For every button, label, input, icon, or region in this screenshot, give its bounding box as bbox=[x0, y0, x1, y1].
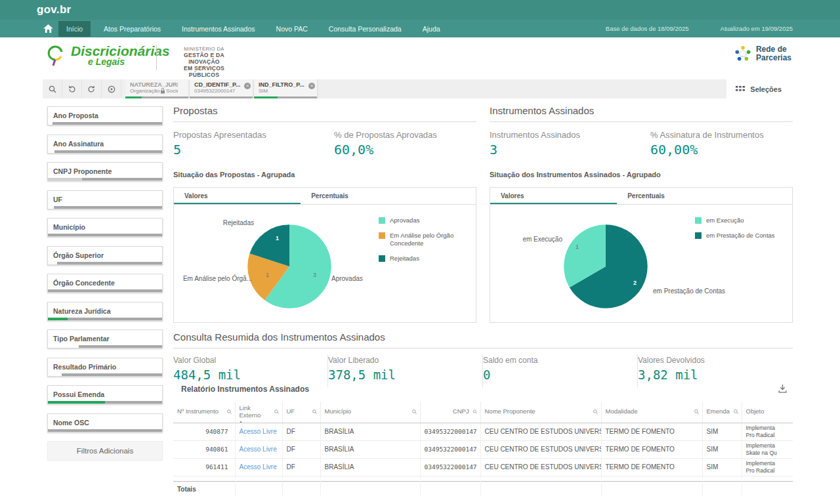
cell-uf[interactable]: DF bbox=[282, 458, 320, 476]
cell-modalidade[interactable]: TERMO DE FOMENTO bbox=[601, 440, 702, 458]
cell-cnpj[interactable]: 03495322000147 bbox=[420, 423, 480, 440]
cell-cnpj[interactable]: 03495322000147 bbox=[420, 440, 480, 458]
col-header-link-externo[interactable]: Link Externo▲ bbox=[235, 402, 282, 423]
kpi-value: 3 bbox=[490, 142, 580, 158]
cell-nome-proponente[interactable]: CEU CENTRO DE ESTUDOS UNIVERSAIS bbox=[480, 423, 601, 440]
filter-uf[interactable]: UF bbox=[47, 190, 163, 209]
kpi-value: 484,5 mil bbox=[173, 368, 321, 382]
chip-remove-icon[interactable]: × bbox=[244, 83, 251, 89]
cell-num-instrumento[interactable]: 940861 bbox=[173, 440, 235, 458]
tab-percentuais[interactable]: Percentuais bbox=[617, 188, 719, 204]
legend-item-em-execucao[interactable]: em Execução bbox=[695, 217, 787, 224]
chip-selection-state-bar bbox=[254, 96, 317, 98]
filter-resultado-primario[interactable]: Resultado Primário bbox=[47, 358, 163, 377]
tab-percentuais[interactable]: Percentuais bbox=[301, 188, 403, 204]
brand-text: Discricionárias e Legais bbox=[71, 45, 170, 66]
col-header-modalidade[interactable]: Modalidade bbox=[601, 402, 702, 423]
filter-label: Ano Proposta bbox=[48, 107, 162, 119]
nav-item-inicio[interactable]: Início bbox=[58, 21, 91, 37]
filter-orgao-superior[interactable]: Órgão Superior bbox=[47, 246, 163, 265]
filter-municipio[interactable]: Município bbox=[47, 218, 163, 237]
filter-nome-osc[interactable]: Nome OSC bbox=[47, 413, 163, 432]
cell-uf[interactable]: DF bbox=[282, 440, 320, 458]
propostas-section-title: Propostas bbox=[173, 105, 476, 122]
search-icon[interactable] bbox=[694, 409, 700, 415]
legend-item-rejeitadas[interactable]: Rejeitadas bbox=[379, 255, 471, 262]
filter-tipo-parlamentar[interactable]: Tipo Parlamentar bbox=[47, 329, 163, 348]
filter-ano-proposta[interactable]: Ano Proposta bbox=[47, 106, 163, 125]
search-icon[interactable] bbox=[312, 409, 318, 415]
download-icon[interactable] bbox=[778, 384, 788, 394]
cell-link-externo[interactable]: Acesso Livre bbox=[235, 423, 282, 440]
additional-filters-button[interactable]: Filtros Adicionais bbox=[47, 441, 163, 461]
selection-chips: NATUREZA_JURI... Organização Socieda... … bbox=[125, 79, 318, 98]
filter-cnpj-proponente[interactable]: CNPJ Proponente bbox=[47, 162, 163, 181]
nav-item-consulta-personalizada[interactable]: Consulta Personalizada bbox=[321, 21, 410, 37]
col-header-nome-proponente[interactable]: Nome Proponente bbox=[480, 402, 601, 423]
filter-state-bar bbox=[48, 373, 162, 376]
col-header-emenda[interactable]: Emenda bbox=[702, 402, 742, 423]
cell-municipio[interactable]: BRASÍLIA bbox=[320, 423, 420, 440]
col-header-objeto[interactable]: Objeto bbox=[742, 402, 793, 423]
search-icon[interactable] bbox=[593, 409, 598, 415]
govbr-logo[interactable]: gov.br bbox=[37, 3, 72, 16]
search-icon[interactable] bbox=[274, 409, 280, 415]
step-back-icon[interactable] bbox=[62, 79, 82, 98]
tab-valores[interactable]: Valores bbox=[174, 188, 301, 204]
chip-remove-icon[interactable]: × bbox=[308, 83, 315, 89]
cell-emenda[interactable]: SIM bbox=[702, 440, 742, 458]
selection-chip-natureza-juridica[interactable]: NATUREZA_JURI... Organização Socieda... bbox=[125, 79, 190, 98]
chip-value-pre: Organização bbox=[130, 88, 159, 94]
smart-search-icon[interactable] bbox=[43, 79, 62, 98]
search-icon[interactable] bbox=[411, 409, 417, 415]
nav-item-ajuda[interactable]: Ajuda bbox=[415, 21, 448, 37]
cell-municipio[interactable]: BRASÍLIA bbox=[320, 440, 420, 458]
step-forward-icon[interactable] bbox=[82, 79, 102, 98]
col-header-cnpj[interactable]: CNPJ bbox=[420, 402, 480, 423]
col-header-num-instrumento[interactable]: Nº Instrumento bbox=[173, 402, 235, 423]
cell-modalidade[interactable]: TERMO DE FOMENTO bbox=[601, 458, 702, 476]
legend-item-prestacao-contas[interactable]: em Prestação de Contas bbox=[695, 232, 787, 240]
cell-objeto[interactable]: Implementa Pro Radical bbox=[742, 423, 793, 440]
cell-cnpj[interactable]: 03495322000147 bbox=[420, 458, 480, 476]
filter-ano-assinatura[interactable]: Ano Assinatura bbox=[47, 135, 163, 154]
selection-chip-ind-filtro[interactable]: IND_FILTRO_P... SIM × bbox=[254, 79, 318, 98]
clear-selections-icon[interactable] bbox=[102, 79, 121, 98]
table-totals-row: Totais bbox=[173, 481, 793, 497]
cell-nome-proponente[interactable]: CEU CENTRO DE ESTUDOS UNIVERSAIS bbox=[480, 458, 601, 476]
cell-link-externo[interactable]: Acesso Livre bbox=[235, 458, 282, 476]
cell-uf[interactable]: DF bbox=[282, 423, 320, 440]
nav-item-instrumentos-assinados[interactable]: Instrumentos Assinados bbox=[174, 21, 262, 37]
cell-nome-proponente[interactable]: CEU CENTRO DE ESTUDOS UNIVERSAIS bbox=[480, 440, 601, 458]
cell-num-instrumento[interactable]: 940877 bbox=[173, 423, 235, 440]
partner-line2: Parcerias bbox=[756, 54, 791, 62]
cell-link-externo[interactable]: Acesso Livre bbox=[235, 440, 282, 458]
propostas-legend: Aprovadas Em Análise pelo Órgão Conceden… bbox=[379, 217, 471, 270]
selection-chip-cd-identif[interactable]: CD_IDENTIF_P... 03495322000147 × bbox=[190, 79, 254, 98]
cell-emenda[interactable]: SIM bbox=[702, 458, 742, 476]
selections-button[interactable]: Seleções bbox=[726, 79, 797, 98]
filter-natureza-juridica[interactable]: Natureza Jurídica bbox=[47, 302, 163, 321]
home-icon[interactable] bbox=[43, 24, 53, 33]
cell-objeto[interactable]: Implementa Pro Radical bbox=[742, 458, 793, 476]
tab-valores[interactable]: Valores bbox=[490, 188, 617, 204]
cell-num-instrumento[interactable]: 961411 bbox=[173, 458, 235, 476]
nav-item-atos-preparatorios[interactable]: Atos Preparatórios bbox=[96, 21, 169, 37]
filter-possui-emenda[interactable]: Possui Emenda bbox=[47, 385, 163, 404]
cell-objeto[interactable]: Implementa Skate na Qu bbox=[742, 440, 793, 458]
filter-orgao-concedente[interactable]: Órgão Concedente bbox=[47, 274, 163, 293]
cell-modalidade[interactable]: TERMO DE FOMENTO bbox=[601, 423, 702, 440]
search-icon[interactable] bbox=[472, 409, 478, 415]
col-header-municipio[interactable]: Município bbox=[320, 402, 420, 423]
nav-item-novo-pac[interactable]: Novo PAC bbox=[268, 21, 316, 37]
filter-label: CNPJ Proponente bbox=[48, 163, 162, 175]
legend-item-aprovadas[interactable]: Aprovadas bbox=[379, 217, 471, 224]
legend-swatch bbox=[379, 217, 385, 224]
legend-swatch bbox=[379, 255, 385, 262]
cell-municipio[interactable]: BRASÍLIA bbox=[320, 458, 420, 476]
legend-item-em-analise[interactable]: Em Análise pelo Órgão Concedente bbox=[379, 232, 471, 247]
search-icon[interactable] bbox=[733, 409, 739, 415]
search-icon[interactable] bbox=[226, 409, 232, 415]
col-header-uf[interactable]: UF bbox=[282, 402, 320, 423]
cell-emenda[interactable]: SIM bbox=[702, 423, 742, 440]
